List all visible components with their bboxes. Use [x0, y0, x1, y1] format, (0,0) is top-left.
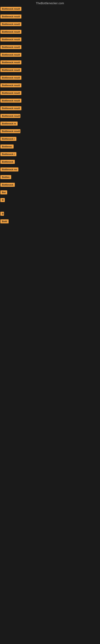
list-item — [0, 226, 100, 231]
list-item: Bottleneck r — [0, 152, 100, 158]
list-item: Bottleneck result — [0, 106, 100, 112]
list-item: Bottleneck result — [0, 22, 100, 27]
bottleneck-result-label: Bottleneck result — [0, 76, 21, 80]
bottleneck-result-label: Bottleneck result — [0, 30, 21, 34]
bottleneck-result-label: Bottleneck result — [0, 14, 21, 18]
bottleneck-result-label: Bottleneck result — [0, 129, 20, 133]
bottleneck-result-label: B — [0, 198, 5, 202]
bottleneck-result-label: Bottleneck — [0, 160, 15, 164]
bottleneck-result-label: Bottl — [0, 219, 9, 224]
bottleneck-result-label: Bottleneck result — [0, 98, 21, 103]
list-item: Bottleneck result — [0, 114, 100, 119]
list-item: Bottleneck result — [0, 90, 100, 96]
bottleneck-result-label: Bottleneck result — [0, 114, 20, 118]
bottleneck-result-label: Bottleneck result — [0, 45, 21, 49]
bottleneck-result-label: Bottleneck result — [0, 38, 21, 42]
bottleneck-result-label: Bottleneck result — [0, 53, 21, 57]
list-item: Bottleneck result — [0, 129, 100, 134]
list-item: Bottl — [0, 219, 100, 224]
list-item: Bottleneck result — [0, 30, 100, 35]
list-item — [0, 205, 100, 209]
list-item: Bottleneck result — [0, 75, 100, 81]
bottleneck-result-label: Bottleneck r — [0, 152, 16, 156]
bottleneck-result-label: Bottleneck res — [0, 168, 18, 172]
bottleneck-result-label: Bottleneck r — [0, 137, 16, 141]
list-item: Bottleneck re — [0, 121, 100, 127]
list-item: Bottleneck res — [0, 167, 100, 173]
list-item: Bottleneck result — [0, 68, 100, 73]
list-item: Bottleneck result — [0, 45, 100, 50]
bottleneck-result-label: Bottleneck result — [0, 83, 21, 87]
bottleneck-result-label: Bottleneck result — [0, 60, 21, 64]
list-item: B — [0, 198, 100, 203]
bottleneck-result-label: Bottleneck result — [0, 7, 21, 11]
bottleneck-result-label: Bottleneck re — [0, 122, 18, 126]
bottleneck-result-label: Bottleneck result — [0, 106, 21, 110]
bottleneck-result-label: Bottleneck result — [0, 68, 21, 72]
list-item: Bottleneck — [0, 160, 100, 165]
bottleneck-result-label: Bottleneck result — [0, 22, 21, 26]
bottleneck-result-label: Bottlenec — [0, 144, 14, 148]
bottleneck-result-label: B — [0, 212, 4, 216]
bottleneck-result-label: Bottleneck result — [0, 91, 21, 95]
list-item: Bottlen — [0, 175, 100, 180]
list-item: Bottleneck result — [0, 6, 100, 12]
list-item: Bottleneck result — [0, 83, 100, 88]
list-item: Bottleneck — [0, 182, 100, 188]
list-item: Bot — [0, 190, 100, 196]
list-item: B — [0, 211, 100, 217]
list-item: Bottleneck result — [0, 14, 100, 20]
site-title: TheBottlenecker.com — [0, 0, 100, 6]
list-item: Bottleneck result — [0, 98, 100, 104]
bottleneck-result-label: Bottleneck — [0, 183, 15, 187]
list-item: Bottlenec — [0, 144, 100, 150]
bottleneck-result-label: Bottlen — [0, 175, 11, 179]
bottleneck-list: Bottleneck resultBottleneck resultBottle… — [0, 6, 100, 234]
list-item: Bottleneck result — [0, 37, 100, 43]
bottleneck-result-label: Bot — [0, 190, 7, 194]
list-item: Bottleneck r — [0, 136, 100, 142]
list-item: Bottleneck result — [0, 60, 100, 66]
list-item: Bottleneck result — [0, 52, 100, 58]
